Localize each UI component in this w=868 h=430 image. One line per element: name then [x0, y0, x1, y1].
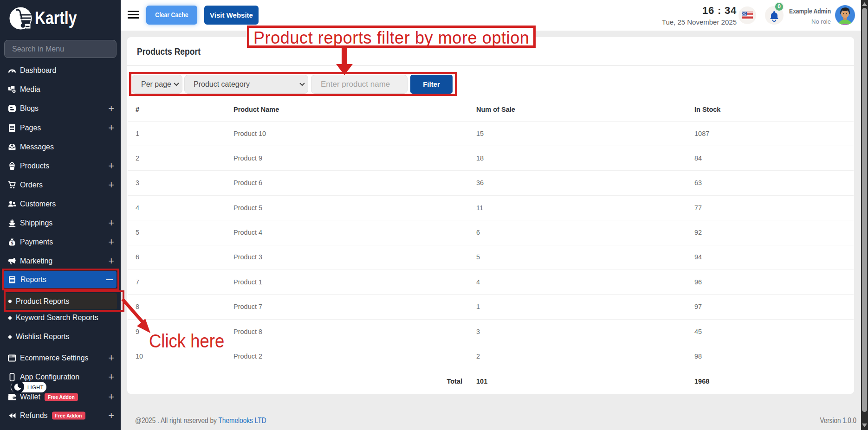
svg-text:$: $ — [11, 240, 13, 245]
